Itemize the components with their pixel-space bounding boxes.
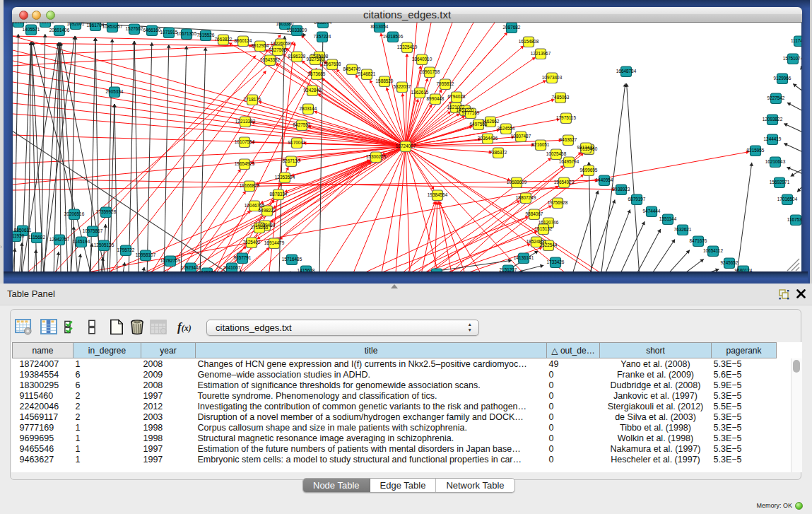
- svg-text:1860554: 1860554: [13, 23, 28, 24]
- svg-text:1527602: 1527602: [126, 26, 143, 31]
- svg-text:2905334: 2905334: [106, 89, 124, 94]
- svg-text:1603380: 1603380: [276, 23, 294, 26]
- svg-text:19166829: 19166829: [240, 183, 260, 188]
- svg-text:1351144: 1351144: [659, 216, 677, 221]
- svg-text:1244419: 1244419: [764, 136, 782, 141]
- svg-text:1362615: 1362615: [411, 90, 429, 95]
- svg-text:7357224: 7357224: [314, 34, 331, 39]
- svg-text:9327505: 9327505: [269, 47, 287, 52]
- svg-text:8878334: 8878334: [270, 192, 288, 197]
- svg-text:19654923: 19654923: [554, 180, 575, 185]
- svg-text:1092001: 1092001: [67, 23, 85, 26]
- svg-text:10046765: 10046765: [245, 203, 265, 208]
- svg-text:10958107: 10958107: [136, 252, 156, 257]
- svg-text:1115682: 1115682: [28, 235, 45, 240]
- svg-text:8454749: 8454749: [343, 66, 361, 71]
- svg-text:7515526: 7515526: [197, 33, 215, 37]
- svg-text:3911930: 3911930: [13, 233, 25, 238]
- svg-text:20364436: 20364436: [478, 136, 498, 141]
- svg-text:10975867: 10975867: [83, 228, 103, 233]
- svg-text:16543382: 16543382: [260, 57, 281, 62]
- svg-text:7462662: 7462662: [482, 119, 500, 124]
- svg-text:1071915: 1071915: [160, 30, 178, 35]
- svg-text:2803144: 2803144: [300, 106, 317, 111]
- svg-text:3673685: 3673685: [308, 71, 326, 76]
- svg-text:3624554: 3624554: [498, 126, 515, 131]
- svg-text:10025458: 10025458: [546, 151, 567, 156]
- svg-text:7625402: 7625402: [243, 240, 261, 245]
- svg-text:15692971: 15692971: [770, 180, 790, 185]
- svg-text:6216051: 6216051: [532, 142, 550, 147]
- svg-text:1405571: 1405571: [23, 27, 40, 32]
- svg-text:9129966: 9129966: [774, 76, 792, 81]
- svg-text:10853257: 10853257: [102, 24, 123, 29]
- svg-text:8990448: 8990448: [427, 96, 445, 101]
- svg-text:12923446: 12923446: [181, 265, 201, 270]
- svg-text:5498222: 5498222: [259, 208, 276, 213]
- svg-text:9227542: 9227542: [767, 95, 785, 100]
- svg-text:8912954: 8912954: [252, 43, 269, 48]
- svg-text:8427552: 8427552: [293, 122, 311, 127]
- svg-text:12353594: 12353594: [275, 175, 295, 180]
- svg-text:17975115: 17975115: [556, 115, 576, 120]
- svg-text:8960124: 8960124: [235, 38, 252, 43]
- svg-text:6794028: 6794028: [448, 94, 466, 99]
- svg-text:18724007: 18724007: [396, 144, 416, 148]
- svg-text:18807249: 18807249: [516, 195, 536, 200]
- svg-text:7663822: 7663822: [215, 37, 233, 42]
- svg-text:9699695: 9699695: [580, 168, 598, 173]
- svg-text:1145194: 1145194: [73, 239, 90, 244]
- svg-text:7955812: 7955812: [437, 81, 454, 86]
- svg-text:12213967: 12213967: [531, 51, 551, 56]
- svg-text:17359928: 17359928: [96, 209, 117, 214]
- svg-text:2522544: 2522544: [540, 243, 558, 247]
- svg-text:2967608: 2967608: [324, 62, 341, 66]
- svg-text:6879197: 6879197: [628, 197, 646, 201]
- svg-text:15751074: 15751074: [783, 56, 801, 61]
- svg-text:1440954: 1440954: [596, 177, 613, 182]
- svg-text:17016504: 17016504: [777, 197, 798, 201]
- svg-text:18640910: 18640910: [412, 57, 433, 62]
- svg-text:16120746: 16120746: [539, 220, 559, 225]
- svg-text:8215955: 8215955: [747, 148, 765, 153]
- svg-text:10654112: 10654112: [703, 248, 723, 253]
- svg-text:1733426: 1733426: [547, 259, 565, 264]
- svg-text:19384554: 19384554: [428, 192, 448, 197]
- svg-text:9884067: 9884067: [526, 211, 543, 216]
- svg-text:20206516: 20206516: [64, 211, 85, 216]
- svg-text:9474444: 9474444: [643, 209, 661, 214]
- svg-text:12213382: 12213382: [235, 119, 256, 124]
- svg-text:12942757: 12942757: [49, 237, 70, 242]
- svg-text:8186328: 8186328: [288, 54, 306, 59]
- svg-text:1795722: 1795722: [117, 247, 135, 252]
- svg-text:16033809: 16033809: [287, 28, 307, 33]
- svg-text:14136141: 14136141: [514, 255, 534, 260]
- svg-text:10107554: 10107554: [235, 139, 255, 144]
- svg-text:9327508: 9327508: [307, 57, 324, 62]
- svg-text:16914479: 16914479: [264, 240, 285, 245]
- svg-text:9657791: 9657791: [234, 255, 252, 260]
- svg-text:7386372: 7386372: [490, 150, 507, 155]
- svg-text:8850611: 8850611: [14, 228, 32, 233]
- svg-text:9146821: 9146821: [358, 71, 376, 76]
- svg-text:9170041: 9170041: [288, 140, 306, 145]
- svg-text:9245652: 9245652: [721, 260, 739, 265]
- svg-text:16154808: 16154808: [519, 39, 539, 44]
- svg-text:13325419: 13325419: [397, 45, 418, 49]
- svg-text:1117404: 1117404: [791, 38, 801, 43]
- svg-text:8813054: 8813054: [371, 24, 389, 29]
- svg-text:2718263: 2718263: [251, 225, 269, 230]
- svg-text:1588520: 1588520: [376, 78, 394, 83]
- svg-text:16782759: 16782759: [160, 258, 181, 263]
- svg-text:19756928: 19756928: [548, 200, 568, 205]
- svg-text:8938923: 8938923: [613, 187, 630, 192]
- svg-text:7632621: 7632621: [674, 227, 692, 232]
- svg-text:10688609: 10688609: [507, 180, 527, 185]
- svg-text:7485063: 7485063: [552, 95, 570, 100]
- svg-text:2087682: 2087682: [503, 25, 521, 30]
- svg-text:9242848: 9242848: [304, 88, 322, 93]
- svg-text:16495794: 16495794: [559, 159, 579, 164]
- svg-text:8267130: 8267130: [283, 158, 300, 163]
- svg-text:9463627: 9463627: [560, 137, 577, 142]
- svg-text:15300275: 15300275: [366, 154, 387, 159]
